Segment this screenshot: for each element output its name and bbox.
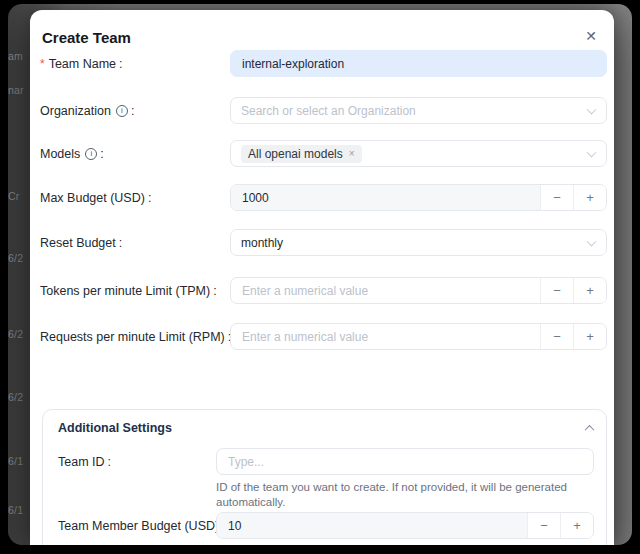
tpm-input[interactable] xyxy=(231,278,540,303)
decrement-button[interactable]: − xyxy=(540,324,573,349)
info-icon[interactable]: i xyxy=(85,148,97,160)
background-text-fragment: nar xyxy=(8,84,24,96)
max-budget-input[interactable] xyxy=(231,185,540,210)
chevron-down-icon xyxy=(587,104,597,114)
organization-label: Organization i : xyxy=(40,97,134,124)
screen: am nar Cr 6/2 6/2 6/2 6/1 6/1 Create Tea… xyxy=(0,0,640,554)
background-text-fragment: 6/2 xyxy=(8,252,23,264)
additional-settings-panel: Additional Settings Team ID : ID of the … xyxy=(42,409,607,545)
model-tag: All openai models × xyxy=(241,145,362,163)
field-row-models: Models i : All openai models × xyxy=(40,140,607,167)
create-team-modal: Create Team ✕ * Team Name : Organization… xyxy=(30,10,614,545)
field-row-tpm: Tokens per minute Limit (TPM) : − + xyxy=(40,277,607,304)
tpm-label: Tokens per minute Limit (TPM) : xyxy=(40,277,217,304)
field-row-reset-budget: Reset Budget : monthly xyxy=(40,229,607,256)
team-member-budget-label-text: Team Member Budget (USD) xyxy=(58,519,219,533)
team-id-input[interactable] xyxy=(216,448,594,475)
field-row-team-name: * Team Name : xyxy=(40,50,607,77)
tpm-stepper: − + xyxy=(230,277,607,304)
label-colon: : xyxy=(131,104,134,118)
models-label-text: Models xyxy=(40,147,80,161)
organization-label-text: Organization xyxy=(40,104,111,118)
background-text-fragment: am xyxy=(8,50,23,62)
organization-select[interactable]: Search or select an Organization xyxy=(230,97,607,124)
label-colon: : xyxy=(100,147,103,161)
chevron-up-icon xyxy=(585,424,595,434)
required-mark: * xyxy=(40,57,45,71)
max-budget-label-text: Max Budget (USD) xyxy=(40,191,145,205)
decrement-button[interactable]: − xyxy=(540,185,573,210)
info-icon[interactable]: i xyxy=(116,105,128,117)
reset-budget-value: monthly xyxy=(241,236,283,250)
team-name-input[interactable] xyxy=(230,50,607,77)
chevron-down-icon xyxy=(587,147,597,157)
label-colon: : xyxy=(148,191,151,205)
max-budget-label: Max Budget (USD) : xyxy=(40,184,151,211)
team-id-help-text: ID of the team you want to create. If no… xyxy=(216,480,594,510)
reset-budget-label: Reset Budget : xyxy=(40,229,122,256)
organization-placeholder: Search or select an Organization xyxy=(241,104,416,118)
increment-button[interactable]: + xyxy=(573,324,606,349)
modal-title: Create Team xyxy=(42,29,131,46)
team-id-label-text: Team ID xyxy=(58,455,105,469)
background-text-fragment: Cr xyxy=(8,190,19,202)
close-icon[interactable]: ✕ xyxy=(581,26,601,46)
rpm-label: Requests per minute Limit (RPM) : xyxy=(40,323,231,350)
team-member-budget-input[interactable] xyxy=(217,513,527,538)
decrement-button[interactable]: − xyxy=(540,278,573,303)
team-member-budget-label: Team Member Budget (USD) ? : xyxy=(58,512,243,539)
team-name-label: * Team Name : xyxy=(40,50,123,77)
field-row-max-budget: Max Budget (USD) : − + xyxy=(40,184,607,211)
label-colon: : xyxy=(119,236,122,250)
models-select[interactable]: All openai models × xyxy=(230,140,607,167)
max-budget-stepper: − + xyxy=(230,184,607,211)
background-text-fragment: 6/1 xyxy=(8,504,23,516)
rpm-input[interactable] xyxy=(231,324,540,349)
label-colon: : xyxy=(108,455,111,469)
background-text-fragment: 6/2 xyxy=(8,391,23,403)
additional-settings-title: Additional Settings xyxy=(58,421,172,435)
team-id-label: Team ID : xyxy=(58,448,111,475)
decrement-button[interactable]: − xyxy=(527,513,560,538)
field-row-team-id: Team ID : xyxy=(58,448,594,475)
background-text-fragment: 6/2 xyxy=(8,328,23,340)
background-text-fragment: 6/1 xyxy=(8,455,23,467)
label-colon: : xyxy=(119,57,122,71)
increment-button[interactable]: + xyxy=(573,185,606,210)
chevron-down-icon xyxy=(587,236,597,246)
team-member-budget-stepper: − + xyxy=(216,512,594,539)
field-row-rpm: Requests per minute Limit (RPM) : − + xyxy=(40,323,607,350)
tag-remove-icon[interactable]: × xyxy=(349,149,355,159)
reset-budget-select[interactable]: monthly xyxy=(230,229,607,256)
rpm-label-text: Requests per minute Limit (RPM) xyxy=(40,330,225,344)
field-row-organization: Organization i : Search or select an Org… xyxy=(40,97,607,124)
team-name-label-text: Team Name xyxy=(49,57,116,71)
models-label: Models i : xyxy=(40,140,104,167)
increment-button[interactable]: + xyxy=(560,513,593,538)
model-tag-text: All openai models xyxy=(248,148,343,160)
reset-budget-label-text: Reset Budget xyxy=(40,236,116,250)
field-row-team-member-budget: Team Member Budget (USD) ? : − + xyxy=(58,512,594,539)
label-colon: : xyxy=(213,284,216,298)
additional-settings-toggle[interactable]: Additional Settings xyxy=(58,418,593,438)
increment-button[interactable]: + xyxy=(573,278,606,303)
rpm-stepper: − + xyxy=(230,323,607,350)
tpm-label-text: Tokens per minute Limit (TPM) xyxy=(40,284,210,298)
